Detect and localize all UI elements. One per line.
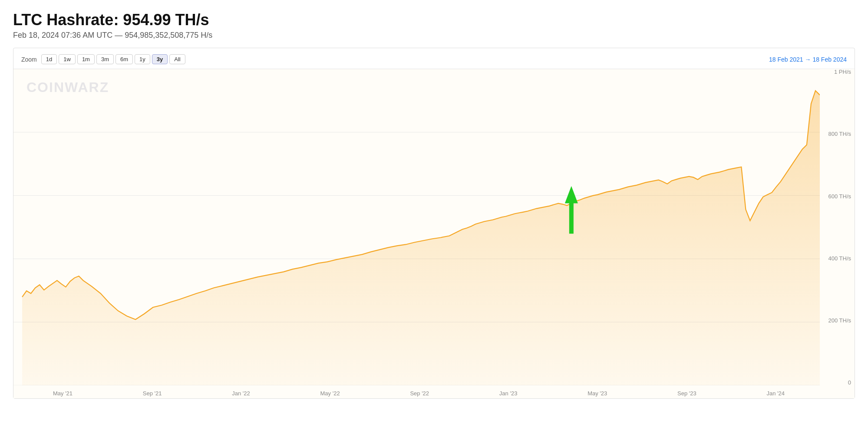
x-label-jan23: Jan '23 <box>499 390 518 397</box>
zoom-controls: Zoom 1d 1w 1m 3m 6m 1y 3y All <box>21 54 185 64</box>
x-label-may21: May '21 <box>53 390 73 397</box>
x-label-sep22: Sep '22 <box>410 390 429 397</box>
main-title: LTC Hashrate: 954.99 TH/s <box>13 10 855 29</box>
zoom-btn-6m[interactable]: 6m <box>116 54 133 64</box>
y-label-0: 0 <box>816 380 851 385</box>
zoom-bar: Zoom 1d 1w 1m 3m 6m 1y 3y All 18 Feb 202… <box>13 54 855 69</box>
x-label-may22: May '22 <box>320 390 340 397</box>
zoom-btn-1m[interactable]: 1m <box>77 54 95 64</box>
date-range-start: 18 Feb 2021 <box>769 56 803 63</box>
chart-svg <box>13 69 820 385</box>
zoom-btn-1y[interactable]: 1y <box>135 54 150 64</box>
y-axis-labels: 1 PH/s 800 TH/s 600 TH/s 400 TH/s 200 TH… <box>816 69 851 385</box>
zoom-btn-3y[interactable]: 3y <box>152 54 168 64</box>
x-label-jan24: Jan '24 <box>766 390 785 397</box>
x-label-sep23: Sep '23 <box>677 390 696 397</box>
zoom-label: Zoom <box>21 56 37 63</box>
y-label-400th: 400 TH/s <box>816 256 851 261</box>
zoom-btn-1d[interactable]: 1d <box>41 54 57 64</box>
x-label-sep21: Sep '21 <box>143 390 162 397</box>
zoom-btn-3m[interactable]: 3m <box>96 54 114 64</box>
chart-container: Zoom 1d 1w 1m 3m 6m 1y 3y All 18 Feb 202… <box>13 48 855 399</box>
y-label-800th: 800 TH/s <box>816 131 851 137</box>
x-axis-labels: May '21 Sep '21 Jan '22 May '22 Sep '22 … <box>18 390 820 397</box>
title-section: LTC Hashrate: 954.99 TH/s Feb 18, 2024 0… <box>13 10 855 40</box>
date-range-end: 18 Feb 2024 <box>812 56 847 63</box>
page-container: LTC Hashrate: 954.99 TH/s Feb 18, 2024 0… <box>0 0 868 403</box>
date-range: 18 Feb 2021 → 18 Feb 2024 <box>769 56 847 63</box>
x-label-may23: May '23 <box>587 390 607 397</box>
subtitle: Feb 18, 2024 07:36 AM UTC — 954,985,352,… <box>13 31 855 40</box>
zoom-btn-all[interactable]: All <box>169 54 185 64</box>
x-label-jan22: Jan '22 <box>232 390 250 397</box>
chart-area: CoinWarz <box>13 69 855 398</box>
y-label-1ph: 1 PH/s <box>816 69 851 75</box>
y-label-200th: 200 TH/s <box>816 318 851 323</box>
date-range-arrow: → <box>805 56 812 63</box>
zoom-btn-1w[interactable]: 1w <box>59 54 76 64</box>
y-label-600th: 600 TH/s <box>816 194 851 199</box>
